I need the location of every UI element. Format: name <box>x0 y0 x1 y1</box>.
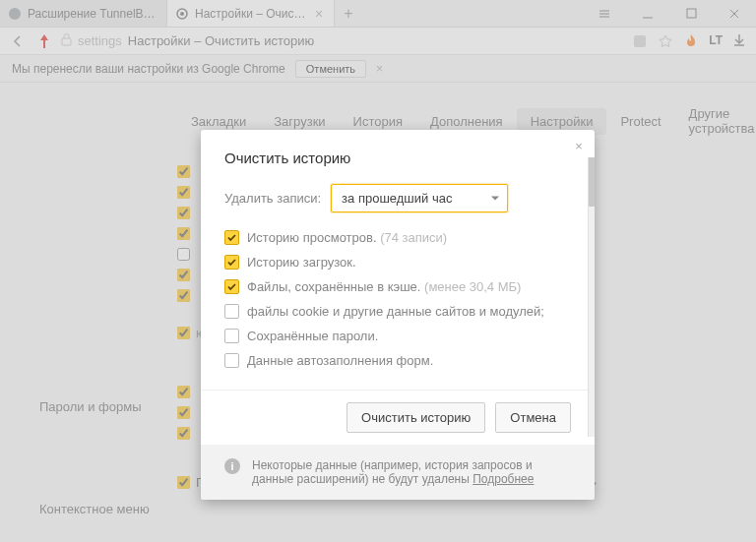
info-icon: i <box>224 458 240 474</box>
cancel-button[interactable]: Отмена <box>495 402 571 433</box>
item-label: Историю загрузок. <box>247 255 356 270</box>
history-item-0: Историю просмотров. (74 записи) <box>224 230 571 245</box>
item-label: Сохранённые пароли. <box>247 329 378 343</box>
scrollbar[interactable] <box>588 157 595 437</box>
info-text: Некоторые данные (например, история запр… <box>252 458 571 486</box>
history-item-5: Данные автозаполнения форм. <box>224 353 571 368</box>
clear-history-modal: × Очистить историю Удалить записи: за пр… <box>201 130 595 500</box>
checkbox[interactable] <box>224 230 239 245</box>
modal-close-button[interactable]: × <box>569 136 589 155</box>
history-item-1: Историю загрузок. <box>224 255 571 270</box>
item-label: Историю просмотров. (74 записи) <box>247 230 447 245</box>
item-label: файлы cookie и другие данные сайтов и мо… <box>247 304 544 319</box>
checkbox[interactable] <box>224 329 239 343</box>
item-label: Данные автозаполнения форм. <box>247 353 433 368</box>
history-item-4: Сохранённые пароли. <box>224 329 571 343</box>
checkbox[interactable] <box>224 255 239 270</box>
history-item-2: Файлы, сохранённые в кэше. (менее 30,4 М… <box>224 279 571 294</box>
modal-title: Очистить историю <box>224 150 571 166</box>
time-range-select[interactable]: за прошедший час <box>331 184 508 212</box>
scrollbar-thumb[interactable] <box>589 157 595 207</box>
checkbox[interactable] <box>224 353 239 368</box>
info-link[interactable]: Подробнее <box>472 472 534 486</box>
checkbox[interactable] <box>224 279 239 294</box>
delete-range-label: Удалить записи: <box>224 191 321 206</box>
history-item-3: файлы cookie и другие данные сайтов и мо… <box>224 304 571 319</box>
item-label: Файлы, сохранённые в кэше. (менее 30,4 М… <box>247 279 521 294</box>
checkbox[interactable] <box>224 304 239 319</box>
clear-history-button[interactable]: Очистить историю <box>346 402 485 433</box>
